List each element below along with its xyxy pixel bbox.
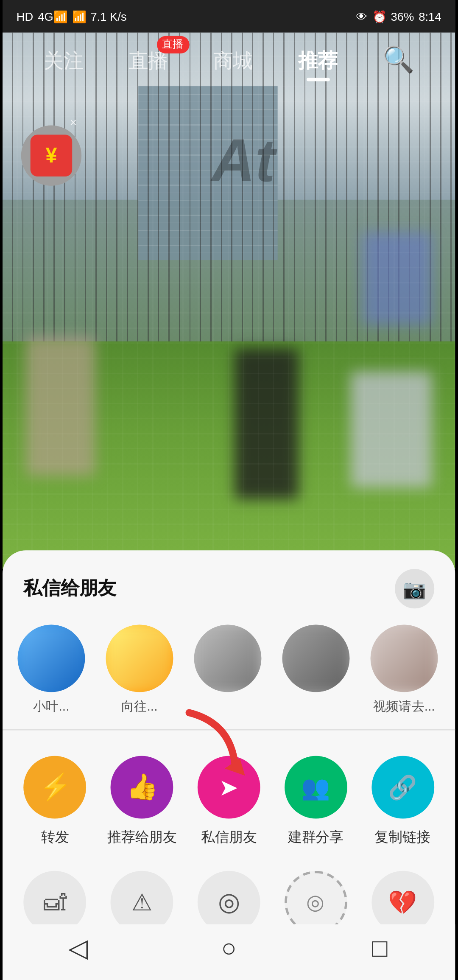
nav-item-shop[interactable]: 商城 — [213, 47, 253, 74]
friend-avatar-3 — [194, 624, 262, 692]
action-repost[interactable]: ⚡ 转发 — [12, 751, 99, 852]
friend-item-4[interactable] — [279, 624, 353, 715]
arrow-indicator — [179, 703, 261, 789]
copy-link-label: 复制链接 — [375, 828, 430, 848]
group-share-icon: 👥 — [285, 756, 347, 819]
wifi-icon: 📶 — [72, 10, 86, 22]
sheet-header: 私信给朋友 📷 — [3, 550, 455, 620]
close-button[interactable]: × — [70, 116, 77, 129]
status-left: HD 4G📶 📶 7.1 K/s — [17, 10, 127, 22]
hd-badge: HD — [17, 10, 34, 22]
friend-item-1[interactable]: 小叶... — [14, 624, 89, 715]
friend-item-5[interactable]: 视频请去... — [367, 624, 441, 715]
speed-indicator: 7.1 K/s — [91, 10, 127, 22]
repost-label: 转发 — [42, 828, 70, 848]
group-share-label: 建群分享 — [288, 828, 344, 848]
live-badge: 直播 — [156, 35, 189, 53]
alarm-icon: ⏰ — [372, 10, 386, 22]
friend-avatar-2 — [106, 624, 173, 692]
recommend-friend-label: 推荐给朋友 — [107, 828, 177, 848]
sheet-title: 私信给朋友 — [24, 577, 117, 601]
friend-item-3[interactable] — [191, 624, 265, 715]
friend-avatar-5 — [371, 624, 438, 692]
at-text: At — [212, 126, 275, 195]
back-button[interactable]: ◁ — [53, 923, 103, 974]
nav-item-live[interactable]: 直播 直播 — [128, 47, 168, 74]
search-button[interactable]: 🔍 — [383, 45, 414, 76]
action-group-share[interactable]: 👥 建群分享 — [272, 751, 359, 852]
home-button[interactable]: ○ — [204, 923, 254, 974]
copy-link-icon: 🔗 — [371, 756, 434, 819]
friend-avatar-1 — [18, 624, 85, 692]
signal-bars: 4G📶 — [38, 10, 67, 22]
repost-icon: ⚡ — [24, 756, 87, 819]
friend-name-1: 小叶... — [34, 698, 70, 715]
current-time: 8:14 — [419, 10, 441, 22]
dm-label: 私信朋友 — [201, 828, 257, 848]
status-right: 👁 ⏰ 36% 8:14 — [356, 10, 441, 22]
friend-item-2[interactable]: 向往... — [103, 624, 177, 715]
system-nav-bar: ◁ ○ □ — [3, 924, 455, 980]
action-recommend-friend[interactable]: 👍 推荐给朋友 — [99, 751, 186, 852]
sheet-camera-button[interactable]: 📷 — [395, 569, 434, 608]
red-envelope-icon: ¥ — [31, 134, 73, 176]
friend-name-5: 视频请去... — [373, 698, 435, 715]
nav-item-follow[interactable]: 关注 — [44, 47, 83, 74]
video-area: At 关注 直播 直播 商城 推荐 🔍 × ¥ — [3, 0, 455, 569]
recommend-icon: 👍 — [111, 756, 173, 819]
red-envelope[interactable]: ¥ — [21, 126, 81, 186]
recent-apps-button[interactable]: □ — [355, 923, 405, 974]
arrow-svg — [179, 703, 261, 784]
status-bar: HD 4G📶 📶 7.1 K/s 👁 ⏰ 36% 8:14 — [3, 0, 455, 33]
action-copy-link[interactable]: 🔗 复制链接 — [359, 751, 446, 852]
friend-avatar-4 — [282, 624, 350, 692]
nav-item-recommend[interactable]: 推荐 — [298, 47, 338, 74]
friend-name-2: 向往... — [122, 698, 158, 715]
battery-level: 36% — [391, 10, 414, 22]
top-navigation: 关注 直播 直播 商城 推荐 🔍 — [3, 33, 455, 88]
camera-icon: 📷 — [403, 578, 427, 600]
eye-icon: 👁 — [356, 10, 368, 22]
